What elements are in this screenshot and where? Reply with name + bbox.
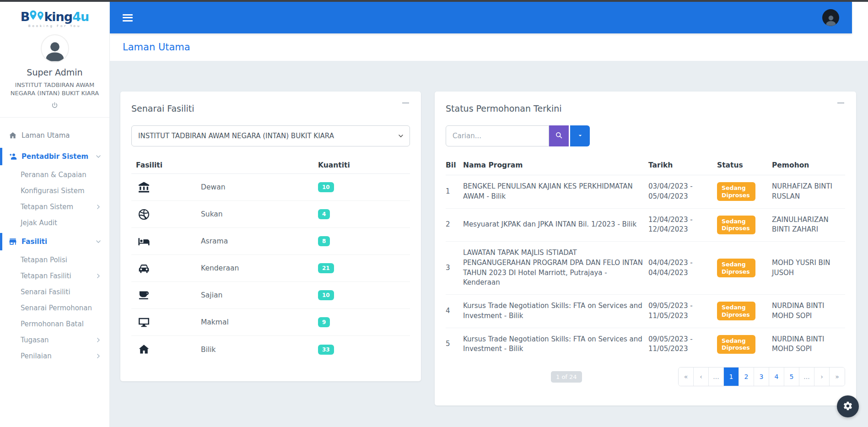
sidebar-menu: Laman UtamaPentadbir SistemPeranan & Cap… [0,118,109,364]
active-indicator [0,148,2,165]
application-row: 4Kursus Trade Negotiation Skills: FTA on… [446,295,845,328]
application-pemohon: MOHD YUSRI BIN JUSOH [772,242,845,295]
pagination-page-1[interactable]: 1 [724,368,739,386]
quantity-badge: 9 [318,317,330,327]
sidebar-item-fasiliti[interactable]: Fasiliti [0,231,109,252]
application-program: Mesyuarat JKPAK dan JPKA INTAN Bil. 1/20… [463,208,648,242]
pagination: «‹...12345...›» [678,367,845,386]
sidebar-item-konfigurasi-sistem[interactable]: Konfigurasi Sistem [0,183,109,199]
logout-power-icon[interactable] [50,102,59,111]
pagination-page-2[interactable]: 2 [739,368,754,386]
institution-select[interactable]: INSTITUT TADBIRAN AWAM NEGARA (INTAN) BU… [131,125,410,146]
pagination-nav[interactable]: » [830,368,845,386]
chevron-down-icon [95,153,102,160]
search-button[interactable] [549,125,569,146]
sidebar-item-label: Tugasan [21,336,95,344]
facilities-card: Senarai Fasiliti INSTITUT TADBIRAN AWAM … [120,92,421,381]
sidebar-item-peranan-capaian[interactable]: Peranan & Capaian [0,167,109,183]
status-badge: Sedang Diproses [717,302,755,320]
user-organization: INSTITUT TADBIRAN AWAM NEGARA (INTAN) BU… [8,81,101,98]
pagination-page-3[interactable]: 3 [754,368,769,386]
sidebar-item-pentadbir-sistem[interactable]: Pentadbir Sistem [0,146,109,167]
application-bil: 1 [446,175,463,209]
column-tarikh: Tarikh [648,157,717,175]
coffee-icon [131,289,201,302]
home-icon [8,131,17,140]
applications-footer: 1 of 24 «‹...12345...›» [446,367,845,386]
application-pemohon: NURDINA BINTI MOHD SOPI [772,328,845,361]
ball-icon [131,208,201,221]
topbar-avatar[interactable] [822,9,839,26]
status-badge: Sedang Diproses [717,216,755,234]
application-pemohon: ZAINULHARIZAN BINTI ZAHARI [772,208,845,242]
pagination-nav[interactable]: « [679,368,694,386]
pagination-page-4[interactable]: 4 [769,368,784,386]
booking4u-logo[interactable]: B king 4u [0,7,109,23]
column-kuantiti: Kuantiti [318,161,350,169]
facility-name: Makmal [201,318,318,326]
pagination-nav[interactable]: ... [709,368,724,386]
sidebar-item-laman-utama[interactable]: Laman Utama [0,125,109,146]
car-icon [131,262,201,275]
sidebar-item-label: Permohonan Batal [21,320,102,328]
sidebar-item-tetapan-polisi[interactable]: Tetapan Polisi [0,252,109,268]
search-icon [555,131,563,141]
facility-name: Bilik [201,346,318,354]
breadcrumb: Laman Utama [110,33,868,61]
gear-icon [843,401,853,412]
facilities-table-header: Fasiliti Kuantiti [131,157,410,174]
pagination-nav[interactable]: › [814,368,830,386]
application-program: Kursus Trade Negotiation Skills: FTA on … [463,295,648,328]
bed-icon [131,235,201,248]
page-title: Laman Utama [123,42,190,53]
application-row: 1BENGKEL PENULISAN KAJIAN KES PERKHIDMAT… [446,175,845,209]
sidebar-item-tugasan[interactable]: Tugasan [0,332,109,348]
user-admin-icon [8,152,17,161]
application-program: BENGKEL PENULISAN KAJIAN KES PERKHIDMATA… [463,175,648,209]
quantity-badge: 10 [318,290,334,300]
pagination-nav[interactable]: ‹ [694,368,709,386]
column-status: Status [717,157,772,175]
column-nama-program: Nama Program [463,157,648,175]
pagination-page-5[interactable]: 5 [784,368,799,386]
sidebar-item-label: Senarai Permohonan [21,304,102,312]
facility-row-asrama: Asrama8 [131,228,410,255]
quantity-badge: 8 [318,236,330,246]
sidebar-item-label: Tetapan Sistem [21,203,95,211]
status-badge: Sedang Diproses [717,335,755,354]
sidebar-item-jejak-audit[interactable]: Jejak Audit [0,215,109,231]
active-indicator [0,233,2,250]
main-content: Senarai Fasiliti INSTITUT TADBIRAN AWAM … [110,61,868,427]
hamburger-menu-icon[interactable] [123,14,133,22]
sidebar-item-senarai-fasiliti[interactable]: Senarai Fasiliti [0,284,109,300]
chevron-right-icon [95,336,102,344]
caret-down-icon [577,132,584,141]
application-bil: 5 [446,328,463,361]
chevron-right-icon [95,203,102,211]
quantity-badge: 10 [318,182,334,192]
pagination-nav[interactable]: ... [799,368,814,386]
search-options-button[interactable] [570,125,590,146]
sidebar-item-tetapan-fasiliti[interactable]: Tetapan Fasiliti [0,268,109,284]
sidebar-item-permohonan-batal[interactable]: Permohonan Batal [0,316,109,332]
search-input[interactable] [446,125,549,146]
settings-fab[interactable] [837,395,859,417]
application-row: 3LAWATAN TAPAK MAJLIS ISTIADAT PENGANUGE… [446,242,845,295]
application-tarikh: 04/04/2023 - 04/04/2023 [648,242,717,295]
column-fasiliti: Fasiliti [131,161,318,169]
minimize-icon[interactable] [402,103,409,103]
minimize-icon[interactable] [837,103,844,103]
applications-card-title: Status Permohonan Terkini [446,103,845,114]
quantity-badge: 21 [318,263,334,273]
sidebar-item-label: Senarai Fasiliti [21,288,102,296]
sidebar-avatar [41,34,69,63]
facility-name: Dewan [201,183,318,191]
sidebar-item-penilaian[interactable]: Penilaian [0,348,109,364]
logo-text-4u: 4u [72,11,89,23]
chevron-right-icon [95,352,102,360]
facility-row-sajian: Sajian10 [131,282,410,309]
sidebar-item-tetapan-sistem[interactable]: Tetapan Sistem [0,199,109,215]
sidebar-item-label: Fasiliti [22,238,95,246]
store-icon [8,237,17,246]
sidebar-item-senarai-permohonan[interactable]: Senarai Permohonan [0,300,109,316]
